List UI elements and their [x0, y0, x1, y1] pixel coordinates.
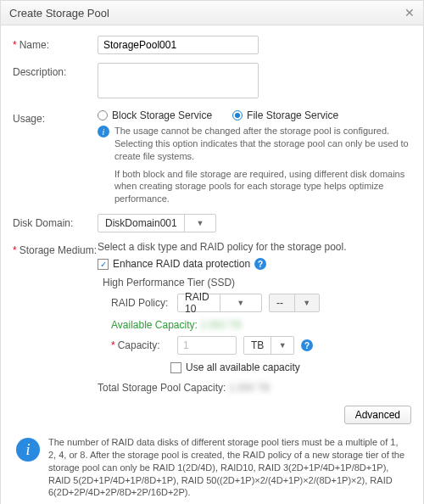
- name-input[interactable]: [98, 36, 259, 54]
- available-capacity: Available Capacity: 2.063 TB: [111, 319, 411, 331]
- raid-note: The number of RAID data disks of differe…: [48, 436, 408, 499]
- use-all-capacity-checkbox[interactable]: [170, 362, 181, 373]
- usage-info-1: The usage cannot be changed after the st…: [114, 125, 411, 163]
- capacity-label: *Capacity:: [111, 339, 170, 351]
- raid-policy-label: RAID Policy:: [111, 297, 170, 309]
- description-label: Description:: [13, 63, 98, 78]
- chevron-down-icon: ▼: [220, 294, 262, 311]
- chevron-down-icon: ▼: [271, 337, 293, 354]
- tier-title: High Performance Tier (SSD): [103, 277, 411, 288]
- usage-label: Usage:: [13, 109, 98, 125]
- dialog-title: Create Storage Pool: [9, 7, 109, 20]
- close-icon[interactable]: ✕: [404, 6, 415, 20]
- description-input[interactable]: [98, 63, 259, 98]
- advanced-button[interactable]: Advanced: [344, 406, 411, 424]
- storage-medium-hint: Select a disk type and RAID policy for t…: [98, 241, 411, 253]
- raid-policy-secondary-select[interactable]: -- ▼: [269, 294, 320, 312]
- usage-info-2: If both block and file storage are requi…: [114, 168, 411, 206]
- disk-domain-label: Disk Domain:: [13, 214, 98, 229]
- enhance-raid-label: Enhance RAID data protection: [113, 258, 250, 270]
- capacity-unit-select[interactable]: TB ▼: [243, 336, 294, 355]
- info-icon: i: [16, 438, 40, 462]
- titlebar: Create Storage Pool ✕: [1, 1, 423, 25]
- usage-block-radio[interactable]: Block Storage Service: [98, 109, 212, 121]
- create-storage-pool-dialog: Create Storage Pool ✕ *Name: Description…: [0, 0, 424, 504]
- disk-domain-select[interactable]: DiskDomain001 ▼: [98, 214, 216, 232]
- raid-policy-select[interactable]: RAID 10 ▼: [177, 294, 262, 312]
- usage-file-radio[interactable]: File Storage Service: [232, 109, 338, 121]
- info-icon: i: [98, 126, 109, 137]
- chevron-down-icon: ▼: [294, 294, 320, 311]
- capacity-input[interactable]: [177, 336, 237, 355]
- use-all-capacity-label: Use all available capacity: [186, 361, 300, 373]
- total-capacity: Total Storage Pool Capacity: 1.000 TB: [98, 382, 411, 394]
- help-icon[interactable]: ?: [301, 339, 313, 351]
- chevron-down-icon: ▼: [184, 215, 215, 232]
- enhance-raid-checkbox[interactable]: [98, 259, 109, 270]
- help-icon[interactable]: ?: [254, 258, 266, 270]
- storage-medium-label: *Storage Medium:: [13, 241, 98, 256]
- name-label: *Name:: [13, 36, 98, 51]
